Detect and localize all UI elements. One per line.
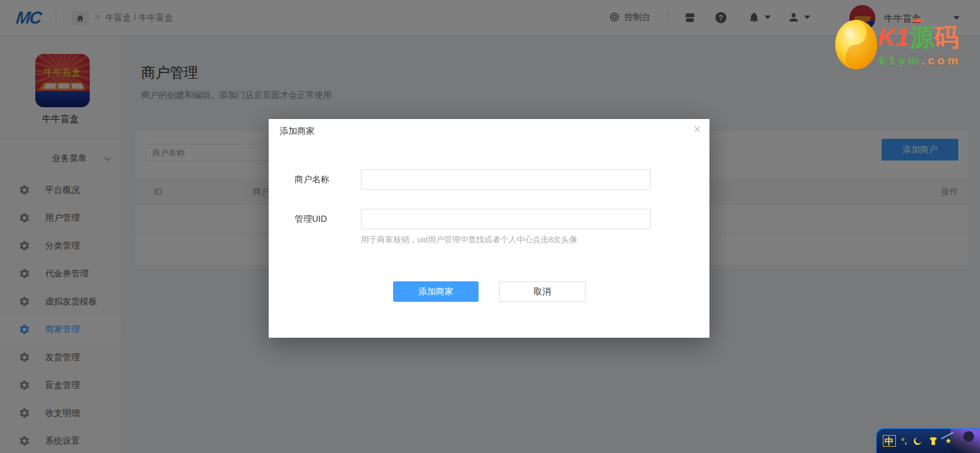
ime-language-toggle[interactable]: 中 xyxy=(883,435,896,447)
ime-toolbar: 中 °, xyxy=(875,428,980,453)
ime-skin-figure xyxy=(950,429,980,453)
modal-cancel-button[interactable]: 取消 xyxy=(499,281,586,302)
moon-icon[interactable] xyxy=(913,436,922,446)
modal-confirm-button[interactable]: 添加商家 xyxy=(393,281,479,302)
shirt-skin-icon[interactable] xyxy=(928,436,939,446)
modal-title: 添加商家 xyxy=(280,126,314,137)
manage-uid-input[interactable] xyxy=(361,209,651,229)
add-merchant-modal: 添加商家 × 商户名称 管理UID 用于商家核销，uid用户管理中查找或者个人中… xyxy=(269,119,709,338)
ime-punctuation-toggle[interactable]: °, xyxy=(901,436,907,446)
uid-hint: 用于商家核销，uid用户管理中查找或者个人中心点击8次头像 xyxy=(361,234,578,245)
merchant-name-label: 商户名称 xyxy=(295,169,359,190)
screen: MC > 牛盲盒 / 牛牛盲盒 控制台 ? 牛牛盲盒 xyxy=(0,0,980,453)
merchant-name-input[interactable] xyxy=(361,169,651,190)
manage-uid-label: 管理UID xyxy=(295,209,359,229)
close-icon[interactable]: × xyxy=(693,123,701,135)
